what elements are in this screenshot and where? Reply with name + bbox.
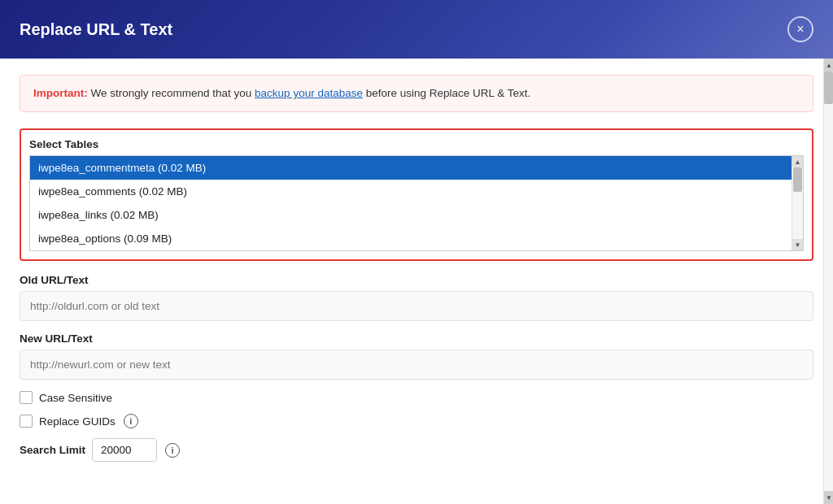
replace-guids-label[interactable]: Replace GUIDs bbox=[39, 415, 116, 428]
table-item-0-name: iwpe8ea_commentmeta (0.02 MB) bbox=[38, 162, 206, 174]
replace-guids-checkbox[interactable] bbox=[20, 415, 33, 428]
select-tables-section: Select Tables iwpe8ea_commentmeta (0.02 … bbox=[20, 128, 813, 261]
old-url-input[interactable] bbox=[20, 291, 813, 321]
listbox-scroll-up[interactable]: ▲ bbox=[792, 156, 803, 167]
tables-listbox[interactable]: iwpe8ea_commentmeta (0.02 MB) iwpe8ea_co… bbox=[29, 155, 804, 251]
listbox-scrollbar[interactable]: ▲ ▼ bbox=[792, 156, 803, 250]
table-item-2[interactable]: iwpe8ea_links (0.02 MB) bbox=[30, 203, 803, 227]
notice-text2: before using Replace URL & Text. bbox=[363, 87, 530, 99]
modal-title: Replace URL & Text bbox=[20, 20, 172, 39]
close-button[interactable]: × bbox=[787, 16, 813, 42]
old-url-label: Old URL/Text bbox=[20, 274, 813, 286]
case-sensitive-row: Case Sensitive bbox=[20, 391, 813, 404]
case-sensitive-checkbox[interactable] bbox=[20, 391, 33, 404]
scroll-up-arrow[interactable]: ▲ bbox=[824, 59, 833, 72]
table-item-1-name: iwpe8ea_comments (0.02 MB) bbox=[38, 185, 187, 198]
search-limit-input[interactable] bbox=[92, 438, 157, 462]
select-tables-label: Select Tables bbox=[29, 138, 804, 150]
modal-header: Replace URL & Text × bbox=[0, 0, 833, 59]
search-limit-info-icon[interactable]: i bbox=[165, 443, 180, 458]
table-item-2-name: iwpe8ea_links (0.02 MB) bbox=[38, 209, 159, 221]
old-url-section: Old URL/Text bbox=[20, 274, 813, 321]
modal-body: Important: We strongly recommend that yo… bbox=[0, 59, 833, 504]
scroll-down-arrow[interactable]: ▼ bbox=[824, 491, 833, 504]
notice-text: We strongly recommend that you bbox=[88, 87, 255, 99]
modal-wrapper: Replace URL & Text × Important: We stron… bbox=[0, 0, 833, 504]
scroll-thumb bbox=[824, 72, 833, 104]
scroll-track bbox=[824, 72, 833, 491]
table-item-3[interactable]: iwpe8ea_options (0.09 MB) bbox=[30, 227, 803, 250]
new-url-input[interactable] bbox=[20, 350, 813, 380]
table-item-1[interactable]: iwpe8ea_comments (0.02 MB) bbox=[30, 180, 803, 203]
case-sensitive-label[interactable]: Case Sensitive bbox=[39, 392, 112, 404]
replace-guids-info-icon[interactable]: i bbox=[124, 414, 138, 428]
listbox-scroll-thumb bbox=[793, 167, 802, 192]
page-scrollbar[interactable]: ▲ ▼ bbox=[823, 59, 833, 504]
backup-link[interactable]: backup your database bbox=[255, 87, 363, 99]
listbox-scroll-down[interactable]: ▼ bbox=[792, 239, 803, 250]
table-item-0[interactable]: iwpe8ea_commentmeta (0.02 MB) bbox=[30, 156, 803, 180]
new-url-label: New URL/Text bbox=[20, 332, 813, 345]
notice-label: Important: bbox=[33, 87, 88, 99]
replace-guids-row: Replace GUIDs i bbox=[20, 414, 813, 428]
important-notice: Important: We strongly recommend that yo… bbox=[20, 75, 813, 112]
new-url-section: New URL/Text bbox=[20, 332, 813, 380]
table-item-3-name: iwpe8ea_options (0.09 MB) bbox=[38, 232, 172, 245]
search-limit-label: Search Limit bbox=[20, 444, 85, 456]
search-limit-row: Search Limit i bbox=[20, 438, 813, 462]
listbox-scroll-track bbox=[792, 167, 803, 239]
